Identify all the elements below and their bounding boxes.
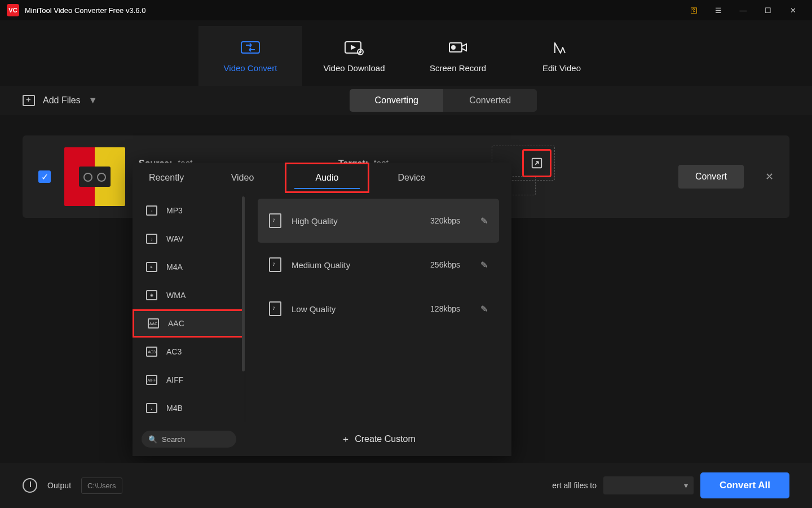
mode-label: Video Download <box>324 63 385 73</box>
add-folder-icon <box>23 95 35 106</box>
popup-footer: 🔍 Search ＋ Create Custom <box>133 422 511 456</box>
file-icon: AC3 <box>146 347 157 357</box>
file-icon: AIFF <box>146 375 157 385</box>
quality-list: High Quality 320kbps ✎ Medium Quality 25… <box>245 193 511 422</box>
tab-device[interactable]: Device <box>369 163 454 193</box>
format-popup: Recently Video Audio Device ♪MP3 ♪WAV ▸M… <box>133 163 511 456</box>
convert-all-button[interactable]: Convert All <box>700 472 789 498</box>
edit-preset-icon[interactable]: ✎ <box>480 260 488 270</box>
sub-bar: Add Files ▼ Converting Converted <box>0 86 812 115</box>
quality-low[interactable]: Low Quality 128kbps ✎ <box>258 287 499 331</box>
content-area: ✓ Source:test ▦OGG ◔00:01:16 Target:test… <box>0 115 812 463</box>
app-title: MiniTool Video Converter Free v3.6.0 <box>25 6 145 15</box>
quality-medium[interactable]: Medium Quality 256kbps ✎ <box>258 243 499 287</box>
tab-audio-label: Audio <box>316 173 339 183</box>
tab-converting[interactable]: Converting <box>350 89 443 112</box>
close-button[interactable]: ✕ <box>780 0 805 20</box>
mode-video-convert[interactable]: Video Convert <box>198 26 302 86</box>
search-icon: 🔍 <box>148 435 157 444</box>
tab-audio[interactable]: Audio <box>285 163 369 193</box>
plus-icon: ＋ <box>341 433 350 445</box>
edit-preset-icon[interactable]: ✎ <box>480 304 488 314</box>
add-files-button[interactable]: Add Files ▼ <box>23 95 98 106</box>
maximize-button[interactable]: ☐ <box>756 0 780 20</box>
tab-recently[interactable]: Recently <box>133 163 200 193</box>
file-thumbnail <box>64 147 125 206</box>
minimize-button[interactable]: — <box>731 0 756 20</box>
audio-file-icon <box>269 213 281 228</box>
all-files-to-label: ert all files to <box>552 481 597 490</box>
file-icon: AAC <box>148 318 159 329</box>
format-wma[interactable]: ◉WMA <box>133 281 245 309</box>
chevron-down-icon: ▾ <box>684 481 688 490</box>
target-settings-button[interactable] <box>522 149 551 177</box>
file-checkbox[interactable]: ✓ <box>38 170 51 183</box>
format-list[interactable]: ♪MP3 ♪WAV ▸M4A ◉WMA AACAAC AC3AC3 AIFFAI… <box>133 193 245 422</box>
quality-high[interactable]: High Quality 320kbps ✎ <box>258 199 499 243</box>
file-icon: ◉ <box>146 290 157 300</box>
schedule-icon[interactable] <box>23 478 37 493</box>
tab-converted[interactable]: Converted <box>443 89 537 112</box>
format-mp3[interactable]: ♪MP3 <box>133 196 245 225</box>
titlebar: VC MiniTool Video Converter Free v3.6.0 … <box>0 0 812 20</box>
format-m4b[interactable]: ♪M4B <box>133 394 245 422</box>
file-icon: ♪ <box>146 234 157 244</box>
all-files-format-select[interactable]: ▾ <box>603 476 694 494</box>
add-files-label: Add Files <box>43 95 81 106</box>
format-m4a[interactable]: ▸M4A <box>133 253 245 281</box>
remove-file-icon[interactable]: ✕ <box>765 170 774 183</box>
convert-button[interactable]: Convert <box>678 165 744 189</box>
output-label: Output <box>47 481 71 490</box>
footer-bar: Output C:\Users ert all files to ▾ Conve… <box>0 463 812 508</box>
chevron-down-icon[interactable]: ▼ <box>89 95 98 106</box>
mode-screen-record[interactable]: Screen Record <box>406 26 510 86</box>
mode-label: Screen Record <box>430 63 486 73</box>
audio-file-icon <box>269 301 281 316</box>
record-icon <box>448 40 468 55</box>
audio-file-icon <box>269 257 281 272</box>
file-icon: ♪ <box>146 205 157 216</box>
hamburger-icon[interactable]: ☰ <box>706 0 731 20</box>
download-icon <box>344 40 364 55</box>
format-aiff[interactable]: AIFFAIFF <box>133 366 245 394</box>
mode-video-download[interactable]: Video Download <box>302 26 406 86</box>
edit-preset-icon[interactable]: ✎ <box>480 216 488 226</box>
mode-label: Video Convert <box>224 63 277 73</box>
mode-label: Edit Video <box>542 63 581 73</box>
format-wav[interactable]: ♪WAV <box>133 225 245 253</box>
status-segment: Converting Converted <box>350 89 537 112</box>
app-logo-icon: VC <box>7 4 19 16</box>
file-icon: ▸ <box>146 262 157 272</box>
svg-point-4 <box>452 46 455 49</box>
file-icon: ♪ <box>146 403 157 413</box>
edit-icon <box>551 40 572 55</box>
tab-video[interactable]: Video <box>200 163 285 193</box>
output-path[interactable]: C:\Users <box>81 478 122 494</box>
format-aac[interactable]: AACAAC <box>133 309 245 338</box>
format-ac3[interactable]: AC3AC3 <box>133 338 245 366</box>
convert-icon <box>240 40 261 55</box>
create-custom-button[interactable]: ＋ Create Custom <box>245 433 511 445</box>
mode-edit-video[interactable]: Edit Video <box>510 26 614 86</box>
popup-tabs: Recently Video Audio Device <box>133 163 511 193</box>
format-search-input[interactable]: 🔍 Search <box>142 431 236 448</box>
settings-expand-icon <box>531 157 543 169</box>
mode-bar: Video Convert Video Download Screen Reco… <box>0 20 812 86</box>
search-placeholder: Search <box>162 435 185 444</box>
key-icon[interactable]: ⚿ <box>681 0 706 20</box>
